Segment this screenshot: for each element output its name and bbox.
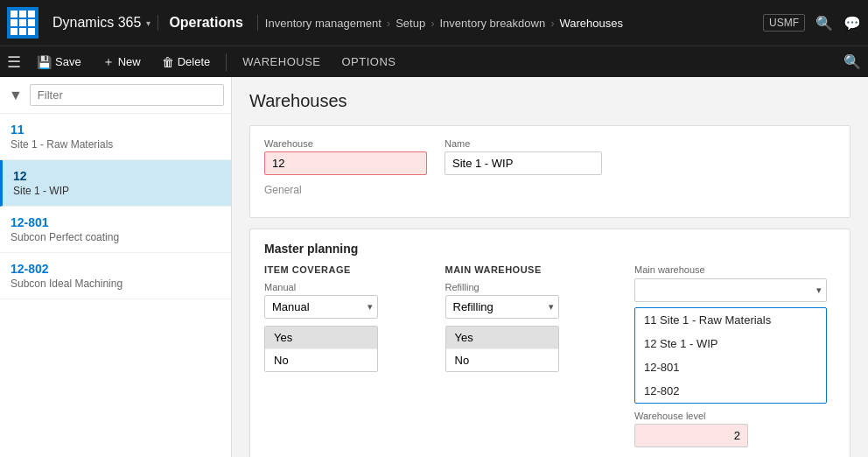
filter-input[interactable]	[30, 84, 224, 106]
breadcrumb-item-3[interactable]: Inventory breakdown	[439, 17, 545, 30]
tab-warehouse[interactable]: WAREHOUSE	[234, 52, 329, 72]
filter-icon[interactable]: ▼	[7, 86, 24, 105]
planning-columns: ITEM COVERAGE Manual Manual ▾ Yes No	[264, 264, 836, 447]
waffle-icon[interactable]	[7, 7, 38, 39]
refilling-label: Refilling	[445, 282, 612, 292]
list-item-12-802[interactable]: 12-802 Subcon Ideal Machining	[0, 253, 231, 299]
general-section-heading: General	[264, 184, 836, 196]
new-label: New	[118, 55, 141, 68]
brand-name-label: Dynamics 365	[52, 15, 141, 31]
main-warehouse-dropdown: 11 Site 1 - Raw Materials 12 Ste 1 - WIP…	[634, 307, 827, 404]
name-field-group: Name	[444, 138, 602, 175]
sidebar: ▼ 11 Site 1 - Raw Materials 12 Site 1 - …	[0, 77, 232, 457]
dropdown-item-11[interactable]: 11 Site 1 - Raw Materials	[635, 308, 826, 332]
action-bar: ☰ 💾 Save ＋ New 🗑 Delete WAREHOUSE OPTION…	[0, 46, 868, 77]
warehouse-label: Warehouse	[264, 138, 427, 149]
save-button[interactable]: 💾 Save	[28, 52, 90, 73]
breadcrumb-item-2[interactable]: Setup	[396, 17, 425, 30]
refilling-no-option[interactable]: No	[446, 349, 558, 371]
app-name: Operations	[169, 15, 257, 31]
dropdown-item-12-801[interactable]: 12-801	[635, 355, 826, 379]
item-name-12-802: Subcon Ideal Machining	[10, 278, 220, 290]
refilling-radio-list: Yes No	[445, 326, 559, 372]
name-label: Name	[444, 138, 602, 149]
master-planning-section: Master planning ITEM COVERAGE Manual Man…	[249, 228, 850, 457]
warehouse-form-section: Warehouse Name General	[249, 125, 850, 218]
manual-select[interactable]: Manual	[264, 295, 378, 319]
item-coverage-panel: ITEM COVERAGE Manual Manual ▾ Yes No	[264, 264, 445, 447]
warehouse-field-group: Warehouse	[264, 138, 427, 175]
breadcrumb-item-1[interactable]: Inventory management	[265, 17, 382, 30]
refilling-select-wrapper: Refilling ▾	[445, 295, 559, 319]
breadcrumb-sep-2: ›	[430, 17, 434, 30]
breadcrumb-item-active[interactable]: Warehouses	[560, 17, 624, 30]
delete-label: Delete	[178, 55, 211, 68]
item-id-12: 12	[13, 169, 220, 183]
item-name-12: Site 1 - WIP	[13, 185, 220, 197]
item-name-11: Site 1 - Raw Materials	[10, 138, 220, 151]
action-search-icon[interactable]: 🔍	[844, 53, 861, 70]
dropdown-item-12[interactable]: 12 Ste 1 - WIP	[635, 332, 826, 355]
item-name-12-801: Subcon Perfect coating	[10, 231, 220, 243]
warehouse-level-label: Warehouse level	[634, 411, 836, 421]
top-navigation: Dynamics 365 ▾ Operations Warehouses Inv…	[0, 0, 868, 46]
manual-label: Manual	[264, 282, 431, 292]
item-coverage-label: ITEM COVERAGE	[264, 264, 431, 275]
manual-select-wrapper: Manual ▾	[264, 295, 378, 319]
hamburger-icon[interactable]: ☰	[7, 53, 21, 72]
save-icon: 💾	[37, 55, 52, 69]
delete-button[interactable]: 🗑 Delete	[153, 52, 220, 73]
manual-no-option[interactable]: No	[265, 349, 377, 371]
manual-yes-option[interactable]: Yes	[265, 327, 377, 349]
sidebar-list: 11 Site 1 - Raw Materials 12 Site 1 - WI…	[0, 114, 231, 457]
main-warehouse-col-panel: MAIN WAREHOUSE Refilling Refilling ▾ Yes…	[445, 264, 626, 447]
global-search-icon[interactable]: 🔍	[816, 15, 833, 32]
delete-icon: 🗑	[162, 55, 174, 69]
content-area: ▼ 11 Site 1 - Raw Materials 12 Site 1 - …	[0, 77, 868, 457]
item-id-12-802: 12-802	[10, 262, 220, 276]
refilling-yes-option[interactable]: Yes	[446, 327, 558, 349]
main-warehouse-select-wrapper: ▾	[634, 278, 827, 302]
refilling-select[interactable]: Refilling	[445, 295, 559, 319]
action-bar-divider	[226, 53, 227, 71]
tab-options[interactable]: OPTIONS	[332, 52, 404, 72]
warehouse-name-row: Warehouse Name	[264, 138, 836, 175]
breadcrumb: Warehouses Inventory management › Setup …	[265, 17, 763, 30]
breadcrumb-sep-3: ›	[550, 17, 554, 30]
item-id-12-801: 12-801	[10, 215, 220, 229]
master-planning-title: Master planning	[264, 242, 836, 256]
nav-right-controls: USMF 🔍 💬	[763, 14, 861, 32]
item-id-11: 11	[10, 123, 220, 137]
sidebar-filter-bar: ▼	[0, 77, 231, 114]
new-icon: ＋	[102, 54, 115, 70]
main-warehouse-label: MAIN WAREHOUSE	[445, 264, 612, 275]
main-warehouse-field-label: Main warehouse	[634, 264, 836, 275]
list-item-12[interactable]: 12 Site 1 - WIP	[0, 160, 231, 207]
warehouse-level-row: Warehouse level	[634, 411, 836, 447]
list-item-12-801[interactable]: 12-801 Subcon Perfect coating	[0, 207, 231, 253]
manual-radio-list: Yes No	[264, 326, 378, 372]
save-label: Save	[55, 55, 81, 68]
new-button[interactable]: ＋ New	[94, 51, 150, 74]
right-column: Main warehouse ▾ 11 Site 1 - Raw Materia…	[626, 264, 836, 447]
entity-badge: USMF	[763, 14, 805, 32]
warehouse-level-input[interactable]	[634, 424, 748, 447]
notifications-icon[interactable]: 💬	[844, 15, 861, 32]
main-panel: Warehouses Warehouse Name General Master…	[232, 77, 868, 457]
main-warehouse-select[interactable]	[634, 278, 827, 302]
breadcrumb-sep-1: ›	[387, 17, 390, 30]
brand-name[interactable]: Dynamics 365 ▾	[46, 15, 158, 31]
warehouse-input[interactable]	[264, 151, 427, 175]
name-input[interactable]	[444, 151, 602, 175]
dropdown-item-12-802[interactable]: 12-802	[635, 379, 826, 403]
list-item-11[interactable]: 11 Site 1 - Raw Materials	[0, 114, 231, 160]
brand-chevron-icon: ▾	[146, 18, 150, 28]
page-title: Warehouses	[249, 91, 850, 111]
